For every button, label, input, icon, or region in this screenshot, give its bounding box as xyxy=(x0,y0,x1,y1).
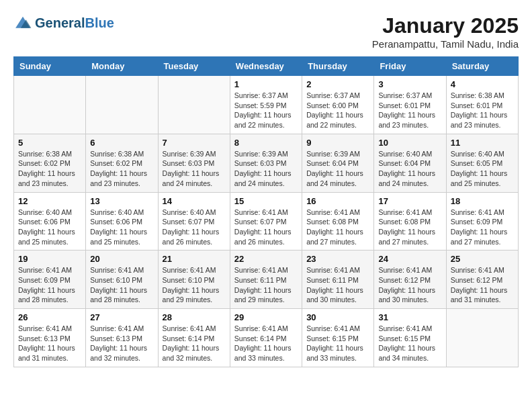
sunset-text: Sunset: 6:06 PM xyxy=(90,218,142,226)
sunset-text: Sunset: 6:09 PM xyxy=(18,276,71,284)
sunset-text: Sunset: 6:04 PM xyxy=(378,159,431,167)
sunrise-text: Sunrise: 6:38 AM xyxy=(90,150,144,158)
day-info: Sunrise: 6:39 AMSunset: 6:03 PMDaylight:… xyxy=(163,149,226,189)
day-number: 7 xyxy=(163,138,226,148)
sunset-text: Sunset: 6:11 PM xyxy=(306,276,359,284)
day-number: 12 xyxy=(18,196,81,206)
sunrise-text: Sunrise: 6:41 AM xyxy=(234,208,288,216)
calendar-week-row: 12Sunrise: 6:40 AMSunset: 6:06 PMDayligh… xyxy=(14,192,519,250)
sunrise-text: Sunrise: 6:38 AM xyxy=(18,150,72,158)
day-info: Sunrise: 6:37 AMSunset: 6:01 PMDaylight:… xyxy=(378,91,441,130)
daylight-text: Daylight: 11 hours and 32 minutes. xyxy=(90,344,147,362)
sunset-text: Sunset: 6:08 PM xyxy=(306,218,359,226)
calendar-day-cell: 24Sunrise: 6:41 AMSunset: 6:12 PMDayligh… xyxy=(374,250,446,309)
sunrise-text: Sunrise: 6:40 AM xyxy=(378,150,432,158)
day-info: Sunrise: 6:40 AMSunset: 6:07 PMDaylight:… xyxy=(163,208,226,247)
sunset-text: Sunset: 6:02 PM xyxy=(18,159,71,167)
logo-icon xyxy=(13,13,32,32)
sunset-text: Sunset: 5:59 PM xyxy=(234,101,287,109)
day-info: Sunrise: 6:41 AMSunset: 6:09 PMDaylight:… xyxy=(451,208,514,247)
day-number: 5 xyxy=(18,138,81,148)
day-info: Sunrise: 6:41 AMSunset: 6:13 PMDaylight:… xyxy=(90,324,153,363)
calendar-day-cell: 27Sunrise: 6:41 AMSunset: 6:13 PMDayligh… xyxy=(86,309,158,367)
day-number: 13 xyxy=(90,196,153,206)
sunrise-text: Sunrise: 6:41 AM xyxy=(18,266,72,274)
day-info: Sunrise: 6:41 AMSunset: 6:12 PMDaylight:… xyxy=(378,265,441,305)
sunrise-text: Sunrise: 6:41 AM xyxy=(90,266,144,274)
day-info: Sunrise: 6:37 AMSunset: 5:59 PMDaylight:… xyxy=(234,91,298,130)
calendar-week-row: 5Sunrise: 6:38 AMSunset: 6:02 PMDaylight… xyxy=(14,134,519,192)
daylight-text: Daylight: 11 hours and 22 minutes. xyxy=(234,111,292,129)
sunrise-text: Sunrise: 6:41 AM xyxy=(451,266,504,274)
daylight-text: Daylight: 11 hours and 23 minutes. xyxy=(18,169,75,187)
sunrise-text: Sunrise: 6:38 AM xyxy=(451,91,504,99)
day-info: Sunrise: 6:41 AMSunset: 6:14 PMDaylight:… xyxy=(163,324,226,363)
sunset-text: Sunset: 6:05 PM xyxy=(451,159,503,167)
sunrise-text: Sunrise: 6:37 AM xyxy=(234,91,288,99)
day-number: 27 xyxy=(90,312,153,322)
sunrise-text: Sunrise: 6:40 AM xyxy=(163,208,216,216)
logo-general: General xyxy=(35,15,85,30)
day-number: 11 xyxy=(451,138,514,148)
calendar-day-cell: 8Sunrise: 6:39 AMSunset: 6:03 PMDaylight… xyxy=(230,134,302,192)
daylight-text: Daylight: 11 hours and 25 minutes. xyxy=(451,169,508,187)
sunrise-text: Sunrise: 6:37 AM xyxy=(378,91,432,99)
weekday-header: Monday xyxy=(86,57,158,76)
day-number: 21 xyxy=(163,254,226,264)
day-info: Sunrise: 6:41 AMSunset: 6:07 PMDaylight:… xyxy=(234,208,298,247)
daylight-text: Daylight: 11 hours and 32 minutes. xyxy=(163,344,220,362)
weekday-header: Wednesday xyxy=(230,57,302,76)
day-number: 14 xyxy=(163,196,226,206)
day-number: 26 xyxy=(18,312,81,322)
day-info: Sunrise: 6:40 AMSunset: 6:06 PMDaylight:… xyxy=(18,208,81,247)
day-info: Sunrise: 6:38 AMSunset: 6:02 PMDaylight:… xyxy=(18,149,81,189)
calendar-day-cell: 16Sunrise: 6:41 AMSunset: 6:08 PMDayligh… xyxy=(302,192,374,250)
day-number: 28 xyxy=(163,312,226,322)
sunset-text: Sunset: 6:10 PM xyxy=(90,276,142,284)
daylight-text: Daylight: 11 hours and 23 minutes. xyxy=(378,111,435,129)
calendar-day-cell: 6Sunrise: 6:38 AMSunset: 6:02 PMDaylight… xyxy=(86,134,158,192)
calendar-week-row: 26Sunrise: 6:41 AMSunset: 6:13 PMDayligh… xyxy=(14,309,519,367)
day-info: Sunrise: 6:41 AMSunset: 6:09 PMDaylight:… xyxy=(18,265,81,305)
day-number: 25 xyxy=(451,254,514,264)
calendar-day-cell: 21Sunrise: 6:41 AMSunset: 6:10 PMDayligh… xyxy=(158,250,230,309)
daylight-text: Daylight: 11 hours and 27 minutes. xyxy=(378,228,435,246)
weekday-header: Sunday xyxy=(14,57,86,76)
daylight-text: Daylight: 11 hours and 31 minutes. xyxy=(18,344,75,362)
calendar-day-cell xyxy=(86,76,158,134)
calendar-day-cell: 23Sunrise: 6:41 AMSunset: 6:11 PMDayligh… xyxy=(302,250,374,309)
daylight-text: Daylight: 11 hours and 28 minutes. xyxy=(18,286,75,304)
daylight-text: Daylight: 11 hours and 26 minutes. xyxy=(234,228,292,246)
weekday-header: Friday xyxy=(374,57,446,76)
calendar-day-cell: 13Sunrise: 6:40 AMSunset: 6:06 PMDayligh… xyxy=(86,192,158,250)
day-number: 10 xyxy=(378,138,441,148)
sunset-text: Sunset: 6:12 PM xyxy=(378,276,431,284)
sunset-text: Sunset: 6:13 PM xyxy=(18,334,71,342)
calendar-day-cell xyxy=(14,76,86,134)
sunset-text: Sunset: 6:07 PM xyxy=(234,218,287,226)
day-info: Sunrise: 6:41 AMSunset: 6:13 PMDaylight:… xyxy=(18,324,81,363)
sunset-text: Sunset: 6:11 PM xyxy=(234,276,287,284)
calendar-day-cell: 28Sunrise: 6:41 AMSunset: 6:14 PMDayligh… xyxy=(158,309,230,367)
sunset-text: Sunset: 6:12 PM xyxy=(451,276,503,284)
calendar-day-cell: 4Sunrise: 6:38 AMSunset: 6:01 PMDaylight… xyxy=(446,76,518,134)
weekday-header: Thursday xyxy=(302,57,374,76)
daylight-text: Daylight: 11 hours and 24 minutes. xyxy=(378,169,435,187)
sunset-text: Sunset: 6:06 PM xyxy=(18,218,71,226)
calendar-day-cell: 31Sunrise: 6:41 AMSunset: 6:15 PMDayligh… xyxy=(374,309,446,367)
daylight-text: Daylight: 11 hours and 27 minutes. xyxy=(451,228,508,246)
sunrise-text: Sunrise: 6:39 AM xyxy=(306,150,360,158)
sunset-text: Sunset: 6:08 PM xyxy=(378,218,431,226)
daylight-text: Daylight: 11 hours and 29 minutes. xyxy=(234,286,292,304)
day-info: Sunrise: 6:41 AMSunset: 6:12 PMDaylight:… xyxy=(451,265,514,305)
day-number: 30 xyxy=(306,312,369,322)
calendar-day-cell: 30Sunrise: 6:41 AMSunset: 6:15 PMDayligh… xyxy=(302,309,374,367)
location-subtitle: Peranampattu, Tamil Nadu, India xyxy=(372,38,519,50)
day-number: 23 xyxy=(306,254,369,264)
day-info: Sunrise: 6:40 AMSunset: 6:05 PMDaylight:… xyxy=(451,149,514,189)
sunrise-text: Sunrise: 6:41 AM xyxy=(306,266,360,274)
day-number: 1 xyxy=(234,79,298,89)
daylight-text: Daylight: 11 hours and 28 minutes. xyxy=(90,286,147,304)
day-number: 18 xyxy=(451,196,514,206)
sunrise-text: Sunrise: 6:41 AM xyxy=(306,324,360,332)
